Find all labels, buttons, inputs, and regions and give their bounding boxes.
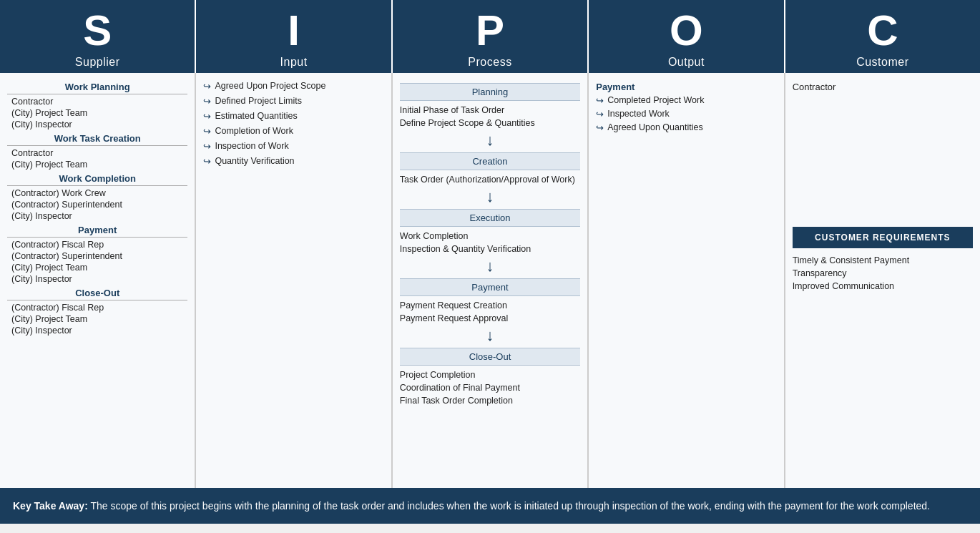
list-item: (Contractor) Superintendent	[7, 250, 187, 262]
supplier-column: Work Planning Contractor (City) Project …	[0, 73, 196, 488]
list-item: Coordination of Final Payment	[400, 381, 580, 394]
bullet-icon: ↪	[203, 96, 211, 107]
output-payment-header: Payment	[596, 79, 776, 94]
list-item: Initial Phase of Task Order	[400, 104, 580, 117]
list-item: Transparency	[793, 267, 973, 280]
header-letter-o: O	[592, 7, 780, 54]
list-item: ↪ Completion of Work	[203, 124, 383, 139]
list-item: Final Task Order Completion	[400, 394, 580, 407]
list-item: ↪ Agreed Upon Quantities	[596, 121, 776, 135]
header-word-supplier: Supplier	[4, 56, 191, 69]
header-row: S Supplier I Input P Process O Output C …	[0, 0, 980, 73]
header-word-output: Output	[592, 56, 780, 69]
customer-requirements-box: CUSTOMER REQUIREMENTS	[793, 227, 973, 248]
arrow-down-icon: ↓	[400, 258, 580, 274]
list-item: (City) Inspector	[7, 119, 187, 130]
output-column: Payment ↪ Completed Project Work ↪ Inspe…	[589, 73, 785, 488]
list-item: ↪ Inspection of Work	[203, 139, 383, 154]
bullet-icon: ↪	[203, 156, 211, 167]
list-item: ↪ Defined Project Limits	[203, 94, 383, 109]
process-creation-header: Creation	[400, 152, 580, 170]
list-item: (City) Inspector	[7, 273, 187, 285]
header-letter-p: P	[396, 7, 584, 54]
header-cell-c: C Customer	[785, 0, 980, 73]
section-work-task-creation: Work Task Creation	[7, 130, 187, 146]
header-cell-o: O Output	[589, 0, 785, 73]
main-container: S Supplier I Input P Process O Output C …	[0, 0, 980, 524]
list-item: (City) Project Team	[7, 159, 187, 170]
list-item: (City) Project Team	[7, 107, 187, 119]
footer: Key Take Away: The scope of this project…	[0, 488, 980, 524]
bullet-icon: ↪	[596, 109, 604, 119]
arrow-down-icon: ↓	[400, 132, 580, 148]
list-item: ↪ Agreed Upon Project Scope	[203, 79, 383, 94]
footer-text: The scope of this project begins with th…	[90, 500, 930, 512]
process-planning-header: Planning	[400, 83, 580, 101]
arrow-down-icon: ↓	[400, 328, 580, 343]
section-work-completion: Work Completion	[7, 170, 187, 186]
header-word-input: Input	[200, 56, 387, 69]
list-item: (Contractor) Fiscal Rep	[7, 239, 187, 250]
list-item: Payment Request Approval	[400, 312, 580, 325]
arrow-down-icon: ↓	[400, 189, 580, 205]
list-item: (Contractor) Superintendent	[7, 199, 187, 210]
list-item: (City) Project Team	[7, 262, 187, 273]
list-item: Improved Communication	[793, 280, 973, 293]
list-item: Payment Request Creation	[400, 299, 580, 312]
list-item: Define Project Scope & Quantities	[400, 117, 580, 129]
list-item: ↪ Estimated Quantities	[203, 109, 383, 124]
list-item: Task Order (Authorization/Approval of Wo…	[400, 173, 580, 186]
section-close-out: Close-Out	[7, 285, 187, 300]
list-item: Inspection & Quantity Verification	[400, 243, 580, 255]
list-item: ↪ Completed Project Work	[596, 94, 776, 107]
customer-column: Contractor CUSTOMER REQUIREMENTS Timely …	[785, 73, 980, 488]
list-item: (Contractor) Work Crew	[7, 187, 187, 199]
header-cell-p: P Process	[393, 0, 589, 73]
list-item: (City) Project Team	[7, 313, 187, 325]
header-cell-s: S Supplier	[0, 0, 196, 73]
header-letter-s: S	[4, 7, 191, 54]
process-payment-header: Payment	[400, 278, 580, 296]
list-item: Work Completion	[400, 230, 580, 243]
list-item: Contractor	[7, 96, 187, 107]
header-word-customer: Customer	[789, 56, 976, 69]
list-item: (City) Inspector	[7, 210, 187, 222]
footer-bold-label: Key Take Away:	[13, 500, 88, 512]
header-letter-i: I	[200, 7, 387, 54]
bullet-icon: ↪	[203, 81, 211, 92]
list-item: Project Completion	[400, 368, 580, 381]
process-execution-header: Execution	[400, 209, 580, 227]
content-row: Work Planning Contractor (City) Project …	[0, 73, 980, 488]
bullet-icon: ↪	[596, 122, 604, 133]
list-item: (City) Inspector	[7, 325, 187, 336]
bullet-icon: ↪	[596, 95, 604, 106]
customer-top-item: Contractor	[793, 79, 973, 98]
bullet-icon: ↪	[203, 111, 211, 122]
section-work-planning: Work Planning	[7, 79, 187, 94]
header-word-process: Process	[396, 56, 584, 69]
process-closeout-header: Close-Out	[400, 348, 580, 366]
list-item: ↪ Inspected Work	[596, 107, 776, 121]
header-letter-c: C	[789, 7, 976, 54]
input-column: ↪ Agreed Upon Project Scope ↪ Defined Pr…	[196, 73, 392, 488]
header-cell-i: I Input	[196, 0, 392, 73]
bullet-icon: ↪	[203, 141, 211, 152]
section-payment: Payment	[7, 222, 187, 238]
list-item: Contractor	[7, 147, 187, 159]
list-item: ↪ Quantity Verification	[203, 154, 383, 169]
bullet-icon: ↪	[203, 126, 211, 137]
list-item: Timely & Consistent Payment	[793, 254, 973, 267]
list-item: (Contractor) Fiscal Rep	[7, 302, 187, 313]
process-column: Planning Initial Phase of Task Order Def…	[393, 73, 589, 488]
